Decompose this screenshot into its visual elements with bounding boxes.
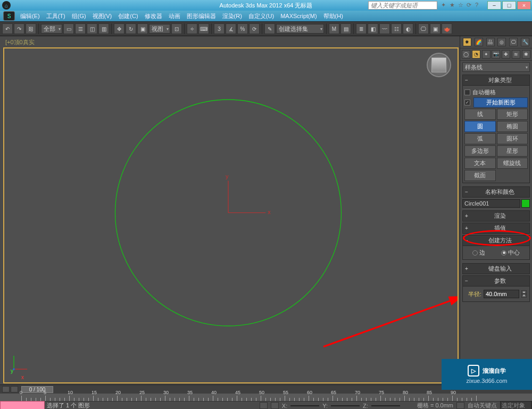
select-name-button[interactable]: ☰ xyxy=(75,23,86,34)
create-tab-icon[interactable]: ✹ xyxy=(463,38,471,46)
coord-y-input[interactable] xyxy=(331,405,360,406)
helpers-icon[interactable]: ✚ xyxy=(502,50,510,59)
coord-x-input[interactable] xyxy=(290,405,319,406)
viewport[interactable]: y x y x xyxy=(3,47,459,383)
auto-grid-checkbox[interactable] xyxy=(464,89,470,95)
rollout-create-method[interactable]: −创建方法 xyxy=(462,235,530,246)
radio-center[interactable]: 中心 xyxy=(501,249,520,257)
render-button[interactable]: 🫖 xyxy=(442,23,452,34)
menu-anim[interactable]: 动画 xyxy=(165,12,184,20)
category-combo[interactable]: 样条线 xyxy=(462,62,530,72)
link-button[interactable]: ⛓ xyxy=(26,23,36,34)
rendered-frame-button[interactable]: ▣ xyxy=(430,23,440,34)
type-arc[interactable]: 弧 xyxy=(464,133,496,144)
lights-icon[interactable]: ✦ xyxy=(482,50,491,59)
rotate-button[interactable]: ↻ xyxy=(126,23,136,34)
menu-render[interactable]: 渲染(R) xyxy=(219,12,245,20)
select-region-button[interactable]: ◫ xyxy=(87,23,97,34)
spinner-snap-button[interactable]: ⟳ xyxy=(249,23,260,34)
menu-edit[interactable]: 编辑(E) xyxy=(17,12,43,20)
radio-edge[interactable]: 边 xyxy=(472,249,485,257)
rollout-object-type[interactable]: −对象类型 xyxy=(462,75,530,86)
app-menu-button[interactable]: S xyxy=(3,11,15,21)
type-section[interactable]: 截面 xyxy=(464,170,496,181)
radius-input[interactable]: 40.0mm xyxy=(484,290,519,298)
mirror-button[interactable]: M xyxy=(329,23,339,34)
type-circle[interactable]: 圆 xyxy=(464,121,496,132)
systems-icon[interactable]: ✱ xyxy=(522,50,530,59)
menu-custom[interactable]: 自定义(U) xyxy=(245,12,277,20)
time-slider[interactable]: 0 / 100 xyxy=(21,386,53,393)
lock-icon[interactable] xyxy=(260,402,268,409)
display-tab-icon[interactable]: 🖵 xyxy=(509,38,518,46)
angle-snap-button[interactable]: ∡ xyxy=(226,23,236,34)
type-donut[interactable]: 圆环 xyxy=(497,133,528,144)
rollout-interp[interactable]: +插值 xyxy=(462,223,530,234)
object-name-input[interactable]: Circle001 xyxy=(462,199,520,208)
menu-create[interactable]: 创建(C) xyxy=(115,12,141,20)
type-ellipse[interactable]: 椭圆 xyxy=(497,121,528,132)
snap-toggle-button[interactable]: 3 xyxy=(214,23,225,34)
menu-modifiers[interactable]: 修改器 xyxy=(142,12,165,20)
viewcube[interactable] xyxy=(427,53,451,77)
align-button[interactable]: ▤ xyxy=(340,23,351,34)
start-new-shape-button[interactable]: 开始新图形 xyxy=(473,97,528,108)
ref-coord-combo[interactable]: 视图 xyxy=(149,24,170,34)
minimize-button[interactable]: − xyxy=(487,1,501,10)
object-color-swatch[interactable] xyxy=(521,199,530,208)
schematic-button[interactable]: ☷ xyxy=(391,23,402,34)
viewport-label[interactable]: [+0顶0真实 xyxy=(3,37,459,47)
iso-icon[interactable] xyxy=(271,402,279,409)
spacewarps-icon[interactable]: ≋ xyxy=(512,50,520,59)
auto-key-button[interactable]: 自动关键点 xyxy=(468,402,497,409)
type-rectangle[interactable]: 矩形 xyxy=(497,109,528,120)
close-button[interactable]: × xyxy=(517,1,531,10)
start-new-shape-checkbox[interactable] xyxy=(464,100,470,105)
type-text[interactable]: 文本 xyxy=(464,158,496,169)
track-btn-2[interactable] xyxy=(11,386,18,392)
coord-z-input[interactable] xyxy=(371,405,400,406)
move-button[interactable]: ✥ xyxy=(114,23,124,34)
layer-button[interactable]: ≣ xyxy=(356,23,367,34)
keyboard-shortcut-button[interactable]: ⌨ xyxy=(198,23,209,34)
type-line[interactable]: 线 xyxy=(464,109,496,120)
menu-group[interactable]: 组(G) xyxy=(69,12,89,20)
menu-view[interactable]: 视图(V) xyxy=(89,12,115,20)
motion-tab-icon[interactable]: ◎ xyxy=(497,38,506,46)
pivot-button[interactable]: ⊡ xyxy=(171,23,182,34)
rollout-keyboard[interactable]: +键盘输入 xyxy=(462,263,530,274)
type-star[interactable]: 星形 xyxy=(497,145,528,157)
track-btn-1[interactable] xyxy=(2,386,10,392)
utilities-tab-icon[interactable]: 🔧 xyxy=(521,38,529,46)
key-mode-icon[interactable] xyxy=(456,402,464,409)
time-ruler[interactable]: 051015202530354045505560657075808590 xyxy=(0,394,532,401)
rollout-render[interactable]: +渲染 xyxy=(462,210,530,222)
edit-named-sel-button[interactable]: ✎ xyxy=(264,23,275,34)
radius-spinner[interactable]: ▲▼ xyxy=(521,290,527,298)
modify-tab-icon[interactable]: 🌈 xyxy=(475,38,483,46)
maximize-button[interactable]: □ xyxy=(502,1,516,10)
cameras-icon[interactable]: 📷 xyxy=(492,50,500,59)
rollout-params[interactable]: −参数 xyxy=(462,275,530,287)
geometry-icon[interactable]: ◯ xyxy=(462,50,470,59)
scale-button[interactable]: ▣ xyxy=(137,23,148,34)
named-sel-combo[interactable]: 创建选择集 xyxy=(276,24,324,34)
script-listener[interactable] xyxy=(0,401,45,409)
shapes-icon[interactable]: ◔ xyxy=(472,50,480,59)
menu-graph[interactable]: 图形编辑器 xyxy=(184,12,219,20)
manipulate-button[interactable]: ✧ xyxy=(187,23,197,34)
redo-button[interactable]: ↷ xyxy=(14,23,24,34)
select-button[interactable]: ▭ xyxy=(63,23,74,34)
sel-obj-combo[interactable]: 选定对象 xyxy=(500,401,532,409)
rollout-name-color[interactable]: −名称和颜色 xyxy=(462,186,530,198)
type-helix[interactable]: 螺旋线 xyxy=(497,158,528,169)
menu-maxscript[interactable]: MAXScript(M) xyxy=(277,13,320,19)
material-button[interactable]: ◐ xyxy=(403,23,413,34)
percent-snap-button[interactable]: % xyxy=(237,23,248,34)
graphite-button[interactable]: ◧ xyxy=(368,23,378,34)
render-setup-button[interactable]: 🖵 xyxy=(418,23,429,34)
undo-button[interactable]: ↶ xyxy=(2,23,13,34)
hierarchy-tab-icon[interactable]: 品 xyxy=(486,38,495,46)
window-crossing-button[interactable]: ▥ xyxy=(98,23,109,34)
menu-tools[interactable]: 工具(T) xyxy=(43,12,69,20)
